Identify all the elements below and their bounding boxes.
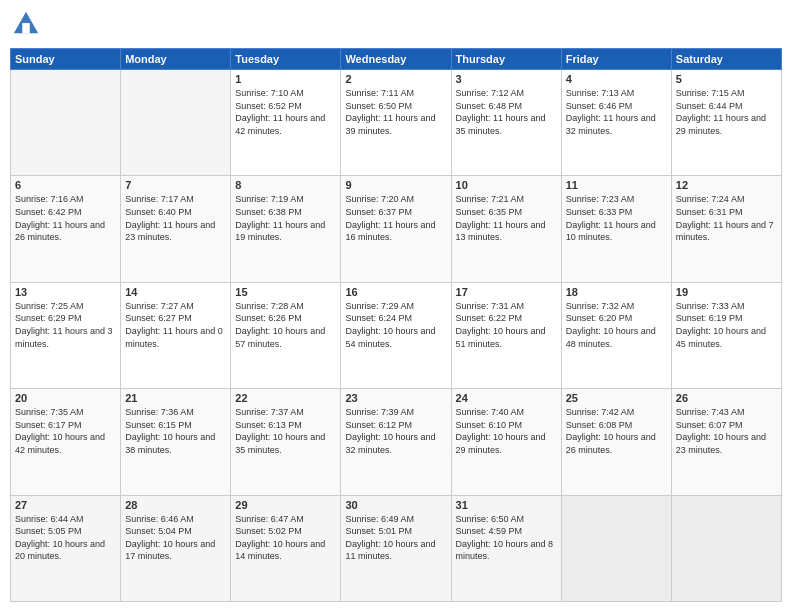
- calendar-cell: 7Sunrise: 7:17 AM Sunset: 6:40 PM Daylig…: [121, 176, 231, 282]
- calendar-cell: [11, 70, 121, 176]
- calendar-cell: [121, 70, 231, 176]
- day-number: 13: [15, 286, 116, 298]
- calendar-cell: 16Sunrise: 7:29 AM Sunset: 6:24 PM Dayli…: [341, 282, 451, 388]
- day-number: 17: [456, 286, 557, 298]
- day-info: Sunrise: 7:42 AM Sunset: 6:08 PM Dayligh…: [566, 406, 667, 456]
- day-number: 1: [235, 73, 336, 85]
- calendar-cell: 26Sunrise: 7:43 AM Sunset: 6:07 PM Dayli…: [671, 389, 781, 495]
- day-info: Sunrise: 7:33 AM Sunset: 6:19 PM Dayligh…: [676, 300, 777, 350]
- day-number: 2: [345, 73, 446, 85]
- day-info: Sunrise: 7:23 AM Sunset: 6:33 PM Dayligh…: [566, 193, 667, 243]
- week-row-3: 13Sunrise: 7:25 AM Sunset: 6:29 PM Dayli…: [11, 282, 782, 388]
- calendar-cell: 27Sunrise: 6:44 AM Sunset: 5:05 PM Dayli…: [11, 495, 121, 601]
- calendar-cell: 9Sunrise: 7:20 AM Sunset: 6:37 PM Daylig…: [341, 176, 451, 282]
- day-number: 22: [235, 392, 336, 404]
- day-info: Sunrise: 7:20 AM Sunset: 6:37 PM Dayligh…: [345, 193, 446, 243]
- calendar-cell: 10Sunrise: 7:21 AM Sunset: 6:35 PM Dayli…: [451, 176, 561, 282]
- day-info: Sunrise: 7:32 AM Sunset: 6:20 PM Dayligh…: [566, 300, 667, 350]
- calendar-cell: 14Sunrise: 7:27 AM Sunset: 6:27 PM Dayli…: [121, 282, 231, 388]
- day-number: 5: [676, 73, 777, 85]
- calendar-cell: [561, 495, 671, 601]
- day-number: 7: [125, 179, 226, 191]
- day-number: 28: [125, 499, 226, 511]
- calendar-cell: 22Sunrise: 7:37 AM Sunset: 6:13 PM Dayli…: [231, 389, 341, 495]
- day-info: Sunrise: 7:37 AM Sunset: 6:13 PM Dayligh…: [235, 406, 336, 456]
- day-info: Sunrise: 6:47 AM Sunset: 5:02 PM Dayligh…: [235, 513, 336, 563]
- day-info: Sunrise: 6:46 AM Sunset: 5:04 PM Dayligh…: [125, 513, 226, 563]
- day-number: 14: [125, 286, 226, 298]
- day-info: Sunrise: 6:44 AM Sunset: 5:05 PM Dayligh…: [15, 513, 116, 563]
- calendar-cell: 21Sunrise: 7:36 AM Sunset: 6:15 PM Dayli…: [121, 389, 231, 495]
- week-row-2: 6Sunrise: 7:16 AM Sunset: 6:42 PM Daylig…: [11, 176, 782, 282]
- day-info: Sunrise: 7:31 AM Sunset: 6:22 PM Dayligh…: [456, 300, 557, 350]
- calendar-cell: 3Sunrise: 7:12 AM Sunset: 6:48 PM Daylig…: [451, 70, 561, 176]
- calendar-cell: 8Sunrise: 7:19 AM Sunset: 6:38 PM Daylig…: [231, 176, 341, 282]
- logo-icon: [12, 10, 40, 38]
- day-info: Sunrise: 7:13 AM Sunset: 6:46 PM Dayligh…: [566, 87, 667, 137]
- calendar-cell: 17Sunrise: 7:31 AM Sunset: 6:22 PM Dayli…: [451, 282, 561, 388]
- header: [10, 10, 782, 42]
- weekday-header-monday: Monday: [121, 49, 231, 70]
- day-info: Sunrise: 6:49 AM Sunset: 5:01 PM Dayligh…: [345, 513, 446, 563]
- calendar-cell: 11Sunrise: 7:23 AM Sunset: 6:33 PM Dayli…: [561, 176, 671, 282]
- day-number: 29: [235, 499, 336, 511]
- day-info: Sunrise: 7:43 AM Sunset: 6:07 PM Dayligh…: [676, 406, 777, 456]
- calendar-cell: 30Sunrise: 6:49 AM Sunset: 5:01 PM Dayli…: [341, 495, 451, 601]
- day-number: 8: [235, 179, 336, 191]
- weekday-header-row: SundayMondayTuesdayWednesdayThursdayFrid…: [11, 49, 782, 70]
- day-info: Sunrise: 7:17 AM Sunset: 6:40 PM Dayligh…: [125, 193, 226, 243]
- calendar-cell: 6Sunrise: 7:16 AM Sunset: 6:42 PM Daylig…: [11, 176, 121, 282]
- weekday-header-tuesday: Tuesday: [231, 49, 341, 70]
- weekday-header-friday: Friday: [561, 49, 671, 70]
- logo: [10, 10, 40, 42]
- day-number: 9: [345, 179, 446, 191]
- day-info: Sunrise: 7:40 AM Sunset: 6:10 PM Dayligh…: [456, 406, 557, 456]
- day-number: 11: [566, 179, 667, 191]
- calendar-cell: 4Sunrise: 7:13 AM Sunset: 6:46 PM Daylig…: [561, 70, 671, 176]
- calendar-cell: 5Sunrise: 7:15 AM Sunset: 6:44 PM Daylig…: [671, 70, 781, 176]
- calendar-cell: 12Sunrise: 7:24 AM Sunset: 6:31 PM Dayli…: [671, 176, 781, 282]
- calendar-cell: 28Sunrise: 6:46 AM Sunset: 5:04 PM Dayli…: [121, 495, 231, 601]
- calendar-cell: 15Sunrise: 7:28 AM Sunset: 6:26 PM Dayli…: [231, 282, 341, 388]
- weekday-header-thursday: Thursday: [451, 49, 561, 70]
- calendar-cell: 20Sunrise: 7:35 AM Sunset: 6:17 PM Dayli…: [11, 389, 121, 495]
- calendar-cell: 1Sunrise: 7:10 AM Sunset: 6:52 PM Daylig…: [231, 70, 341, 176]
- week-row-5: 27Sunrise: 6:44 AM Sunset: 5:05 PM Dayli…: [11, 495, 782, 601]
- day-info: Sunrise: 6:50 AM Sunset: 4:59 PM Dayligh…: [456, 513, 557, 563]
- day-number: 18: [566, 286, 667, 298]
- calendar-cell: 25Sunrise: 7:42 AM Sunset: 6:08 PM Dayli…: [561, 389, 671, 495]
- day-number: 3: [456, 73, 557, 85]
- day-info: Sunrise: 7:39 AM Sunset: 6:12 PM Dayligh…: [345, 406, 446, 456]
- day-info: Sunrise: 7:24 AM Sunset: 6:31 PM Dayligh…: [676, 193, 777, 243]
- day-number: 30: [345, 499, 446, 511]
- weekday-header-sunday: Sunday: [11, 49, 121, 70]
- day-number: 20: [15, 392, 116, 404]
- day-info: Sunrise: 7:28 AM Sunset: 6:26 PM Dayligh…: [235, 300, 336, 350]
- day-info: Sunrise: 7:19 AM Sunset: 6:38 PM Dayligh…: [235, 193, 336, 243]
- day-info: Sunrise: 7:21 AM Sunset: 6:35 PM Dayligh…: [456, 193, 557, 243]
- calendar-cell: 13Sunrise: 7:25 AM Sunset: 6:29 PM Dayli…: [11, 282, 121, 388]
- day-number: 31: [456, 499, 557, 511]
- day-info: Sunrise: 7:29 AM Sunset: 6:24 PM Dayligh…: [345, 300, 446, 350]
- day-info: Sunrise: 7:11 AM Sunset: 6:50 PM Dayligh…: [345, 87, 446, 137]
- day-info: Sunrise: 7:27 AM Sunset: 6:27 PM Dayligh…: [125, 300, 226, 350]
- day-number: 16: [345, 286, 446, 298]
- day-number: 26: [676, 392, 777, 404]
- day-number: 4: [566, 73, 667, 85]
- weekday-header-saturday: Saturday: [671, 49, 781, 70]
- day-number: 15: [235, 286, 336, 298]
- day-info: Sunrise: 7:16 AM Sunset: 6:42 PM Dayligh…: [15, 193, 116, 243]
- calendar-cell: 24Sunrise: 7:40 AM Sunset: 6:10 PM Dayli…: [451, 389, 561, 495]
- calendar-cell: [671, 495, 781, 601]
- calendar-cell: 31Sunrise: 6:50 AM Sunset: 4:59 PM Dayli…: [451, 495, 561, 601]
- calendar-cell: 23Sunrise: 7:39 AM Sunset: 6:12 PM Dayli…: [341, 389, 451, 495]
- svg-rect-1: [22, 23, 29, 33]
- week-row-1: 1Sunrise: 7:10 AM Sunset: 6:52 PM Daylig…: [11, 70, 782, 176]
- day-number: 25: [566, 392, 667, 404]
- day-number: 12: [676, 179, 777, 191]
- day-info: Sunrise: 7:25 AM Sunset: 6:29 PM Dayligh…: [15, 300, 116, 350]
- day-info: Sunrise: 7:35 AM Sunset: 6:17 PM Dayligh…: [15, 406, 116, 456]
- day-number: 21: [125, 392, 226, 404]
- week-row-4: 20Sunrise: 7:35 AM Sunset: 6:17 PM Dayli…: [11, 389, 782, 495]
- calendar-table: SundayMondayTuesdayWednesdayThursdayFrid…: [10, 48, 782, 602]
